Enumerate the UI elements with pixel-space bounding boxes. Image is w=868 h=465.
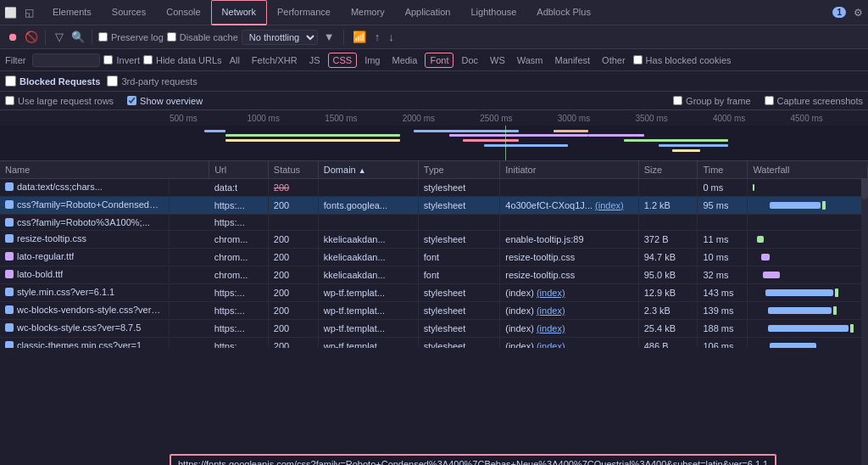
table-row[interactable]: classic-themes.min.css?ver=1https:...200… — [0, 338, 868, 349]
capture-screenshots-checkbox[interactable] — [765, 96, 774, 105]
throttle-select[interactable]: No throttling — [242, 30, 318, 45]
clear-button[interactable]: 🚫 — [24, 30, 39, 45]
filter-img[interactable]: Img — [360, 53, 384, 68]
table-row[interactable]: lato-regular.ttfchrom...200kkelicaakdan.… — [0, 249, 868, 266]
filter-css[interactable]: CSS — [328, 53, 358, 68]
col-time[interactable]: Time — [698, 161, 748, 179]
cell-type: stylesheet — [418, 197, 500, 215]
filter-label: Filter — [5, 55, 25, 65]
filter-icon[interactable]: ▽ — [52, 30, 67, 45]
table-row[interactable]: wc-blocks-vendors-style.css?ver=8.7.5htt… — [0, 302, 868, 320]
cell-time: 188 ms — [698, 320, 748, 338]
record-button[interactable]: ⏺ — [5, 30, 20, 45]
capture-screenshots-label[interactable]: Capture screenshots — [765, 96, 864, 106]
disable-cache-label[interactable]: Disable cache — [167, 32, 238, 42]
tab-network[interactable]: Network — [211, 0, 267, 25]
col-name[interactable]: Name — [0, 161, 209, 179]
tab-elements[interactable]: Elements — [42, 0, 102, 25]
initiator-link[interactable]: (index) — [537, 305, 565, 316]
col-domain[interactable]: Domain ▲ — [318, 161, 418, 179]
large-rows-label[interactable]: Use large request rows — [5, 96, 114, 106]
filter-other[interactable]: Other — [598, 53, 630, 68]
col-status[interactable]: Status — [268, 161, 318, 179]
col-url[interactable]: Url — [209, 161, 269, 179]
hide-data-checkbox[interactable] — [143, 55, 153, 64]
cell-name: resize-tooltip.css — [0, 231, 170, 246]
tab-sources[interactable]: Sources — [102, 0, 156, 25]
table-row[interactable]: resize-tooltip.csschrom...200kkelicaakda… — [0, 231, 868, 249]
initiator-link[interactable]: (index) — [595, 200, 624, 210]
tab-application[interactable]: Application — [395, 0, 461, 25]
css-type-icon — [5, 200, 14, 209]
table-row[interactable]: style.min.css?ver=6.1.1https:...200wp-tf… — [0, 284, 868, 302]
table-row[interactable]: data:text/css;chars...data:t200styleshee… — [0, 179, 868, 197]
blocked-cookies-checkbox[interactable] — [633, 55, 643, 64]
blocked-requests-checkbox[interactable] — [5, 76, 16, 87]
show-overview-checkbox[interactable] — [127, 96, 136, 105]
cell-time: 143 ms — [698, 284, 748, 302]
search-icon[interactable]: 🔍 — [70, 30, 86, 45]
filter-input[interactable] — [32, 53, 100, 67]
tab-memory[interactable]: Memory — [341, 0, 395, 25]
initiator-link[interactable]: (index) — [537, 323, 565, 333]
table-wrapper[interactable]: Name Url Status Domain ▲ Type Initiator … — [0, 161, 868, 348]
table-row[interactable]: css?family=Roboto%3A100%;...https:... — [0, 215, 868, 231]
group-frame-checkbox[interactable] — [673, 96, 682, 105]
filter-manifest[interactable]: Manifest — [551, 53, 595, 68]
table-row[interactable]: wc-blocks-style.css?ver=8.7.5https:...20… — [0, 320, 868, 338]
initiator-link[interactable]: (index) — [537, 288, 565, 298]
throttle-arrow-icon[interactable]: ▼ — [321, 31, 337, 43]
upload-icon[interactable]: ↑ — [372, 31, 383, 43]
filter-media[interactable]: Media — [387, 53, 421, 68]
preserve-log-checkbox[interactable] — [98, 32, 108, 42]
filter-fetch[interactable]: Fetch/XHR — [248, 53, 302, 68]
row-name-text: resize-tooltip.css — [17, 233, 86, 244]
filter-font[interactable]: Font — [425, 53, 453, 68]
col-size[interactable]: Size — [638, 161, 698, 179]
cell-time: 139 ms — [698, 302, 748, 320]
cursor-icon[interactable]: ⬜ — [3, 6, 17, 20]
filter-doc[interactable]: Doc — [457, 53, 482, 68]
cell-url: https:... — [209, 215, 269, 231]
waterfall-green-indicator — [850, 324, 854, 333]
hide-data-label[interactable]: Hide data URLs — [143, 55, 222, 65]
table-row[interactable]: css?family=Roboto+Condensed%3A400...http… — [0, 197, 868, 215]
preserve-log-label[interactable]: Preserve log — [98, 32, 164, 42]
blocked-cookies-label[interactable]: Has blocked cookies — [633, 55, 732, 65]
row-name-text: lato-regular.ttf — [17, 251, 74, 261]
tl-label-1: 1000 ms — [248, 114, 326, 123]
cell-status: 200 — [268, 266, 318, 284]
blocked-requests-label[interactable]: Blocked Requests — [5, 76, 100, 87]
cell-size — [638, 215, 698, 231]
col-type[interactable]: Type — [418, 161, 500, 179]
inspect-icon[interactable]: ◱ — [22, 6, 36, 20]
tab-performance[interactable]: Performance — [267, 0, 341, 25]
col-initiator[interactable]: Initiator — [500, 161, 638, 179]
waterfall-green-indicator — [833, 306, 837, 315]
col-waterfall[interactable]: Waterfall — [748, 161, 868, 179]
settings-icon[interactable]: ⚙ — [851, 6, 865, 20]
disable-cache-checkbox[interactable] — [167, 32, 176, 42]
invert-label[interactable]: Invert — [103, 55, 140, 65]
tab-console[interactable]: Console — [156, 0, 210, 25]
row-name-text: style.min.css?ver=6.1.1 — [17, 287, 114, 297]
filter-wasm[interactable]: Wasm — [513, 53, 548, 68]
wifi-icon[interactable]: 📶 — [350, 31, 369, 43]
show-overview-label[interactable]: Show overview — [127, 96, 203, 106]
initiator-link[interactable]: (index) — [537, 341, 565, 348]
cell-waterfall — [748, 284, 868, 302]
group-frame-label[interactable]: Group by frame — [673, 96, 750, 106]
tl-label-3: 2000 ms — [403, 114, 481, 123]
filter-all[interactable]: All — [225, 53, 244, 68]
third-party-checkbox[interactable] — [107, 76, 118, 87]
download-icon[interactable]: ↓ — [386, 31, 397, 43]
invert-checkbox[interactable] — [103, 55, 113, 64]
large-rows-checkbox[interactable] — [5, 96, 14, 105]
filter-js[interactable]: JS — [305, 53, 325, 68]
filter-ws[interactable]: WS — [486, 53, 509, 68]
third-party-label[interactable]: 3rd-party requests — [107, 76, 197, 87]
tab-adblock[interactable]: Adblock Plus — [526, 0, 601, 25]
tab-lighthouse[interactable]: Lighthouse — [460, 0, 526, 25]
table-row[interactable]: lato-bold.ttfchrom...200kkelicaakdan...f… — [0, 266, 868, 284]
cell-name: classic-themes.min.css?ver=1 — [0, 338, 170, 348]
